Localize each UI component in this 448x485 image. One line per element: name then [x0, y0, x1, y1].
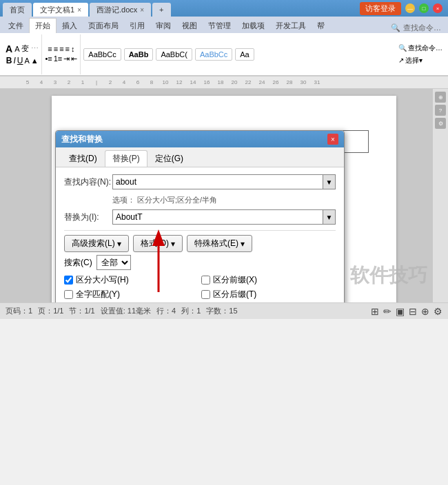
font-color-btn[interactable]: A	[24, 56, 29, 65]
dialog-tab-goto[interactable]: 定位(G)	[147, 150, 191, 167]
tab-xiyouji-close[interactable]: ×	[140, 6, 144, 14]
align-left-icon[interactable]: ≡	[48, 45, 52, 53]
find-toolbar-btn[interactable]: 🔍 查找命令…	[398, 43, 442, 53]
bold-btn[interactable]: A	[6, 43, 12, 54]
tab-doc1-close[interactable]: ×	[77, 6, 81, 14]
italic-icon[interactable]: I	[13, 56, 15, 65]
font-size-btn[interactable]: A	[14, 45, 19, 53]
dialog-tab-find[interactable]: 查找(D)	[61, 150, 105, 167]
dialog-close-button[interactable]: ×	[327, 134, 338, 145]
advanced-buttons-row: 高级搜索(L) ▾ 格式(O) ▾ 特殊格式(E) ▾	[64, 235, 336, 252]
status-icon-2[interactable]: ✏	[383, 306, 391, 317]
checkbox-area: 区分大小写(H) 区分前缀(X) 全字匹配(Y) 区分后缀(T)	[64, 274, 336, 302]
login-button[interactable]: 访客登录	[360, 2, 401, 15]
replace-input[interactable]	[112, 209, 323, 225]
status-section: 节：1/1	[69, 306, 94, 316]
search-command[interactable]: 🔍 查找命令…	[387, 23, 445, 33]
search-icon2: 🔍	[398, 44, 407, 52]
style-normal[interactable]: AaBbCc	[83, 48, 121, 61]
minimize-button[interactable]: —	[405, 3, 415, 13]
replace-input-wrapper: ▼	[112, 209, 336, 225]
find-replace-dialog: 查找和替换 × 查找(D) 替换(P) 定位(G) 查找内容(N):	[55, 130, 345, 302]
ribbon-tab-ref[interactable]: 引用	[124, 18, 150, 33]
advanced-search-btn[interactable]: 高级搜索(L) ▾	[64, 235, 129, 252]
ribbon-tab-review[interactable]: 审阅	[150, 18, 176, 33]
format-btn[interactable]: 格式(O) ▾	[133, 235, 183, 252]
whole-word-checkbox[interactable]	[64, 290, 73, 299]
style-h3[interactable]: AaBbCc	[195, 48, 232, 61]
select-toolbar-btn[interactable]: ↗ 选择▾	[398, 56, 442, 65]
status-icon-4[interactable]: ⊟	[409, 306, 417, 317]
styles-group: AaBbCc AaBb AaBbC( AaBbCc Aa	[81, 34, 256, 74]
status-right-icons: ⊞ ✏ ▣ ⊟ ⊕ ⚙	[371, 306, 442, 317]
style-new[interactable]: Aa	[235, 48, 254, 61]
ribbon-tab-view[interactable]: 视图	[176, 18, 203, 33]
tab-xiyouji[interactable]: 西游记.docx ×	[90, 3, 151, 17]
find-label: 查找内容(N):	[64, 176, 112, 188]
title-right-controls: 访客登录 — □ ×	[360, 2, 442, 15]
align-center-icon[interactable]: ≡	[54, 45, 58, 53]
ribbon-tab-dev[interactable]: 开发工具	[270, 18, 312, 33]
search-scope-row: 搜索(C) 全部	[64, 255, 336, 270]
replace-dropdown-arrow[interactable]: ▼	[323, 209, 336, 225]
para-group: ≡ ≡ ≡ ≡ ↕ •≡ 1≡ ⇥ ⇤	[42, 34, 81, 74]
status-icon-5[interactable]: ⊕	[421, 306, 429, 317]
new-tab-btn[interactable]: +	[152, 3, 170, 17]
find-group: 🔍 查找命令… ↗ 选择▾	[396, 42, 445, 67]
ruler: 5 4 3 2 1 | 2 4 6 8 10 12 14 16 18 20 22…	[0, 76, 448, 89]
find-row: 查找内容(N): ▼	[64, 174, 336, 189]
line-spacing-icon[interactable]: ↕	[71, 45, 75, 53]
maximize-button[interactable]: □	[419, 3, 429, 13]
prefix-label: 区分前缀(X)	[213, 274, 257, 286]
style-h1[interactable]: AaBb	[124, 48, 154, 61]
justify-icon[interactable]: ≡	[65, 45, 70, 53]
options-row: 选项： 区分大小写;区分全/半角	[112, 195, 336, 205]
ribbon-tab-layout[interactable]: 页面布局	[83, 18, 124, 33]
indent-icon[interactable]: ⇥	[63, 54, 70, 63]
status-col: 列：1	[181, 306, 201, 316]
case-checkbox[interactable]	[64, 276, 73, 285]
ruler-marks: 5 4 3 2 1 | 2 4 6 8 10 12 14 16 18 20 22…	[21, 79, 324, 85]
dialog-tab-replace[interactable]: 替换(P)	[105, 150, 147, 167]
dialog-title: 查找和替换	[61, 134, 103, 145]
tab-doc1[interactable]: 文字文稿1 ×	[33, 3, 88, 17]
ribbon-tab-bar: 文件 开始 插入 页面布局 引用 审阅 视图 节管理 加载项 开发工具 帮 🔍 …	[0, 17, 448, 33]
suffix-label: 区分后缀(T)	[213, 289, 256, 300]
numbered-icon[interactable]: 1≡	[54, 54, 63, 63]
highlight-btn[interactable]: ▲	[31, 56, 39, 65]
special-format-btn[interactable]: 特殊格式(E) ▾	[187, 235, 252, 252]
app-close-button[interactable]: ×	[433, 3, 442, 13]
ribbon-tab-addons[interactable]: 加载项	[236, 18, 270, 33]
ribbon-tab-insert[interactable]: 插入	[57, 18, 83, 33]
status-icon-3[interactable]: ▣	[396, 306, 405, 317]
status-bar: 页码：1 页：1/1 节：1/1 设置值: 11毫米 行：4 列：1 字数：15…	[0, 302, 448, 319]
bold-icon[interactable]: B	[6, 56, 12, 65]
outdent-icon[interactable]: ⇤	[71, 54, 77, 63]
prefix-checkbox[interactable]	[201, 276, 210, 285]
find-input[interactable]	[112, 174, 323, 189]
status-chars: 字数：15	[206, 306, 237, 316]
title-bar: 首页 文字文稿1 × 西游记.docx × + 访客登录 — □ ×	[0, 0, 448, 17]
align-right-icon[interactable]: ≡	[59, 45, 63, 53]
status-icon-1[interactable]: ⊞	[371, 306, 379, 317]
underline-icon[interactable]: U	[17, 56, 23, 65]
ribbon-tab-file[interactable]: 文件	[3, 18, 29, 33]
dialog-body: 查找内容(N): ▼ 选项： 区分大小写;区分全/半角 替换为(I):	[56, 167, 344, 302]
find-dropdown-arrow[interactable]: ▼	[323, 174, 336, 189]
font-group: A A 变 ⋯ B I U A ▲	[3, 34, 42, 74]
document-area: ⊕ ? ⚙ about about about about about 软件技巧…	[0, 89, 448, 302]
ribbon-tab-help[interactable]: 帮	[312, 18, 330, 33]
suffix-checkbox[interactable]	[201, 290, 210, 299]
ribbon-toolbar: A A 变 ⋯ B I U A ▲ ≡ ≡ ≡ ≡ ↕ •≡	[0, 33, 448, 76]
more-btn[interactable]: ⋯	[31, 44, 39, 53]
char-spacing-btn[interactable]: 变	[21, 43, 29, 54]
checkbox-prefix: 区分前缀(X)	[201, 274, 336, 286]
bullet-icon[interactable]: •≡	[45, 54, 52, 63]
ribbon-tab-home[interactable]: 开始	[29, 18, 57, 33]
status-icon-6[interactable]: ⚙	[434, 306, 442, 317]
search-scope-select[interactable]: 全部	[96, 255, 131, 270]
style-h2[interactable]: AaBbC(	[156, 48, 192, 61]
status-row: 行：4	[156, 306, 176, 316]
ribbon-tab-section[interactable]: 节管理	[203, 18, 236, 33]
tab-home[interactable]: 首页	[3, 3, 32, 17]
